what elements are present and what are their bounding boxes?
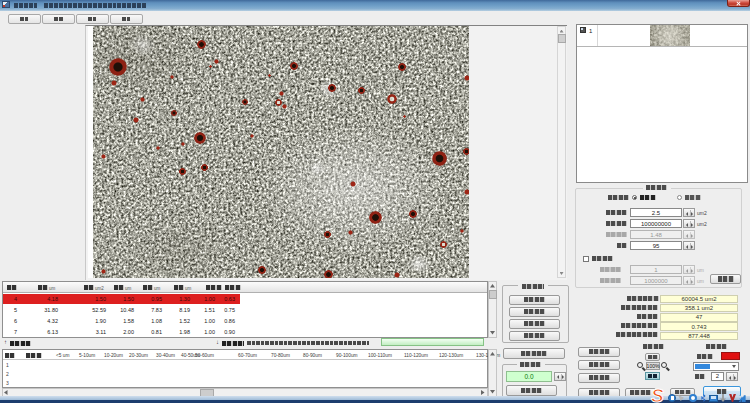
svg-text:S: S — [651, 386, 664, 403]
